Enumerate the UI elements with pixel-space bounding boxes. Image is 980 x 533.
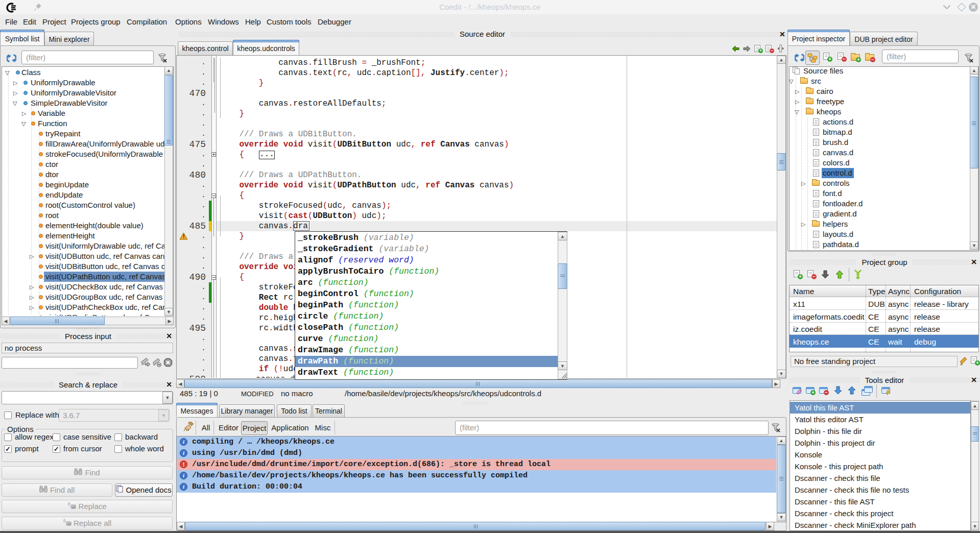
svg-text:ab: ab bbox=[72, 505, 76, 509]
svg-text:!: ! bbox=[183, 234, 184, 239]
svg-text:ab: ab bbox=[67, 522, 71, 526]
svg-text:b: b bbox=[68, 501, 70, 506]
svg-text:b: b bbox=[63, 518, 66, 523]
